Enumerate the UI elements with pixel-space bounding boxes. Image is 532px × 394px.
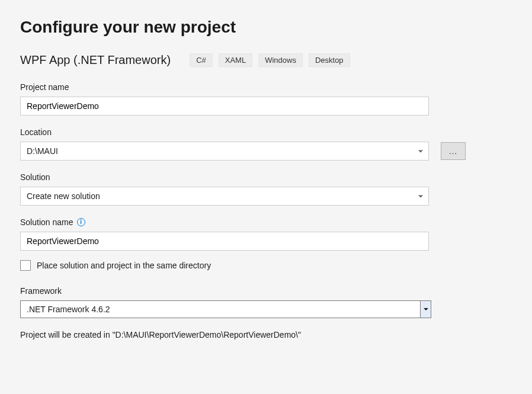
location-combo[interactable]: D:\MAUI <box>20 142 429 161</box>
info-icon[interactable]: i <box>77 218 85 226</box>
framework-label: Framework <box>20 286 512 296</box>
template-header: WPF App (.NET Framework) C# XAML Windows… <box>20 53 512 67</box>
chevron-down-icon <box>424 308 428 310</box>
location-label: Location <box>20 127 512 137</box>
same-directory-label: Place solution and project in the same d… <box>37 261 211 270</box>
location-field: Location D:\MAUI ... <box>20 127 512 161</box>
project-name-label: Project name <box>20 82 512 92</box>
chevron-down-icon <box>418 150 423 152</box>
framework-combo[interactable]: .NET Framework 4.6.2 <box>20 300 431 318</box>
page-title: Configure your new project <box>20 18 512 37</box>
same-directory-row: Place solution and project in the same d… <box>20 260 512 271</box>
same-directory-checkbox[interactable] <box>20 260 31 271</box>
solution-label: Solution <box>20 172 512 182</box>
framework-value: .NET Framework 4.6.2 <box>21 301 420 318</box>
solution-field: Solution Create new solution <box>20 172 512 206</box>
tag-desktop: Desktop <box>309 53 350 67</box>
template-name: WPF App (.NET Framework) <box>20 53 171 67</box>
tag-windows: Windows <box>258 53 303 67</box>
tag-xaml: XAML <box>219 53 252 67</box>
project-name-input[interactable] <box>20 97 429 116</box>
solution-name-label: Solution name i <box>20 217 512 227</box>
chevron-down-icon <box>418 195 423 197</box>
tag-csharp: C# <box>190 53 213 67</box>
framework-field: Framework .NET Framework 4.6.2 <box>20 286 512 318</box>
project-name-field: Project name <box>20 82 512 116</box>
template-tags: C# XAML Windows Desktop <box>190 53 350 67</box>
solution-name-field: Solution name i <box>20 217 512 251</box>
solution-value: Create new solution <box>27 191 100 201</box>
browse-button[interactable]: ... <box>441 142 466 160</box>
solution-combo[interactable]: Create new solution <box>20 187 429 206</box>
framework-dropdown-button[interactable] <box>420 301 431 318</box>
project-path-summary: Project will be created in "D:\MAUI\Repo… <box>20 330 512 339</box>
solution-name-input[interactable] <box>20 232 429 251</box>
location-value: D:\MAUI <box>27 146 58 156</box>
